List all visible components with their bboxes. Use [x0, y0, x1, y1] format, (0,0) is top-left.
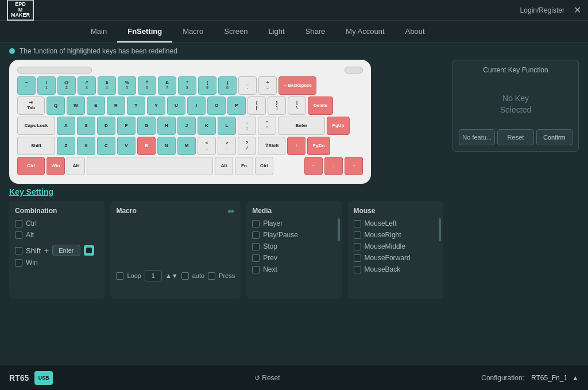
key-rbracket[interactable]: }] [268, 96, 286, 115]
auto-checkbox[interactable] [181, 272, 189, 280]
key-v[interactable]: V [117, 137, 136, 155]
close-button[interactable]: ✕ [574, 5, 581, 16]
key-capslock[interactable]: Caps Lock [17, 117, 55, 135]
key-down[interactable]: ↓ [324, 157, 343, 175]
config-arrow[interactable]: ▲ [572, 374, 579, 382]
combo-win-checkbox[interactable] [15, 259, 22, 267]
key-o[interactable]: O [207, 96, 226, 115]
key-comma[interactable]: <, [198, 137, 216, 155]
key-9[interactable]: (9 [198, 76, 216, 95]
mouse-scroll[interactable]: MouseLeft MouseRight MouseMiddle [354, 219, 438, 277]
nav-item-about[interactable]: About [395, 21, 435, 43]
key-u[interactable]: U [167, 96, 185, 115]
key-semicolon[interactable]: :; [238, 117, 256, 135]
key-alt-left[interactable]: Alt [67, 157, 85, 175]
key-ctrl-right[interactable]: Ctrl [255, 157, 273, 175]
mouse-right-checkbox[interactable] [354, 231, 361, 239]
mouse-back-checkbox[interactable] [354, 266, 361, 273]
reset-button-bottom[interactable]: ↺ Reset [254, 374, 280, 382]
key-space[interactable] [87, 157, 213, 175]
key-n[interactable]: N [157, 137, 176, 155]
key-d[interactable]: D [97, 117, 115, 135]
key-k[interactable]: K [198, 117, 216, 135]
media-scroll[interactable]: Player Play/Pause Stop [252, 219, 336, 277]
reset-button[interactable]: Reset [497, 129, 533, 145]
key-w[interactable]: W [67, 96, 85, 115]
key-ctrl-left[interactable]: Ctrl [17, 157, 45, 175]
nav-item-light[interactable]: Light [258, 21, 295, 43]
key-fn[interactable]: Fn [235, 157, 253, 175]
key-pgup[interactable]: PgUp [327, 117, 350, 135]
key-backslash[interactable]: |\ [288, 96, 306, 115]
media-playpause-checkbox[interactable] [252, 231, 260, 239]
key-0[interactable]: )0 [218, 76, 237, 95]
key-5[interactable]: %5 [118, 76, 136, 95]
key-equals[interactable]: += [258, 76, 277, 95]
key-t[interactable]: T [127, 96, 145, 115]
key-minus[interactable]: _- [238, 76, 257, 95]
key-enter[interactable]: Enter [278, 117, 325, 135]
key-alt-right[interactable]: Alt [215, 157, 233, 175]
confirm-button[interactable]: Confirm [536, 129, 572, 145]
key-pgdn[interactable]: PgDn [307, 137, 330, 155]
key-j[interactable]: J [177, 117, 196, 135]
key-1[interactable]: !1 [37, 76, 56, 95]
key-lbracket[interactable]: {[ [247, 96, 266, 115]
key-quote[interactable]: "' [258, 117, 276, 135]
media-scrollbar[interactable] [338, 218, 340, 241]
mouse-forward-checkbox[interactable] [354, 254, 361, 262]
key-up[interactable]: ↑ [287, 137, 305, 155]
key-f[interactable]: F [117, 117, 136, 135]
key-tab[interactable]: ⇥Tab [17, 96, 45, 115]
key-right[interactable]: → [345, 157, 363, 175]
combo-enter-tag[interactable]: Enter [52, 245, 80, 256]
key-period[interactable]: >. [218, 137, 236, 155]
key-tilde[interactable]: ~` [17, 76, 36, 95]
key-3[interactable]: #3 [78, 76, 96, 95]
mouse-left-checkbox[interactable] [354, 220, 361, 227]
nav-item-main[interactable]: Main [80, 21, 117, 43]
key-i[interactable]: I [187, 96, 206, 115]
loop-input[interactable] [145, 270, 162, 281]
combo-alt-checkbox[interactable] [15, 231, 22, 239]
key-delete[interactable]: Delete [308, 96, 333, 115]
key-g[interactable]: G [137, 117, 156, 135]
key-backspace[interactable]: ←Backspace [278, 76, 316, 95]
nav-item-macro[interactable]: Macro [172, 21, 214, 43]
media-stop-checkbox[interactable] [252, 243, 260, 250]
press-checkbox[interactable] [208, 272, 215, 280]
key-q[interactable]: Q [47, 96, 65, 115]
key-win[interactable]: Win [47, 157, 65, 175]
key-y[interactable]: Y [147, 96, 165, 115]
nav-item-screen[interactable]: Screen [214, 21, 258, 43]
key-4[interactable]: $4 [98, 76, 116, 95]
combo-ctrl-checkbox[interactable] [15, 220, 22, 227]
key-6[interactable]: ^6 [138, 76, 156, 95]
nav-item-share[interactable]: Share [295, 21, 336, 43]
key-7[interactable]: &7 [158, 76, 176, 95]
key-l[interactable]: L [218, 117, 236, 135]
key-b[interactable]: B [137, 137, 156, 155]
media-next-checkbox[interactable] [252, 266, 260, 273]
key-left[interactable]: ← [304, 157, 323, 175]
nav-item-myaccount[interactable]: My Account [335, 21, 394, 43]
mouse-middle-checkbox[interactable] [354, 243, 361, 250]
combo-shift-checkbox[interactable] [15, 247, 22, 254]
key-8[interactable]: *8 [178, 76, 196, 95]
login-register-link[interactable]: Login/Register [520, 6, 564, 14]
key-2[interactable]: @2 [57, 76, 76, 95]
no-feature-button[interactable]: No featu... [459, 129, 495, 145]
macro-edit-icon[interactable]: ✏ [228, 207, 235, 216]
key-shift-left[interactable]: Shift [17, 137, 55, 155]
key-c[interactable]: C [97, 137, 115, 155]
media-prev-checkbox[interactable] [252, 254, 260, 262]
key-slash[interactable]: ?/ [238, 137, 256, 155]
key-x[interactable]: X [77, 137, 95, 155]
loop-checkbox[interactable] [116, 272, 123, 280]
key-e[interactable]: E [87, 96, 105, 115]
nav-item-fnsetting[interactable]: FnSetting [117, 21, 172, 43]
key-m[interactable]: M [177, 137, 196, 155]
media-player-checkbox[interactable] [252, 220, 260, 227]
key-p[interactable]: P [227, 96, 246, 115]
mouse-scrollbar[interactable] [439, 218, 441, 241]
